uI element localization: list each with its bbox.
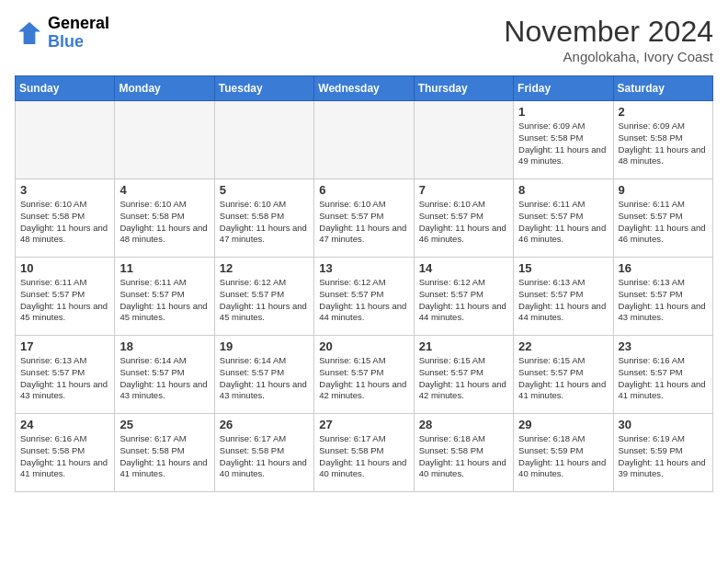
calendar-day-cell: 8Sunrise: 6:11 AM Sunset: 5:57 PM Daylig… <box>514 179 613 258</box>
calendar-day-cell: 21Sunrise: 6:15 AM Sunset: 5:57 PM Dayli… <box>414 336 513 414</box>
calendar-day-cell: 14Sunrise: 6:12 AM Sunset: 5:57 PM Dayli… <box>414 258 513 336</box>
day-info: Sunrise: 6:09 AM Sunset: 5:58 PM Dayligh… <box>619 121 708 167</box>
day-number: 30 <box>619 418 708 431</box>
svg-marker-0 <box>18 22 40 44</box>
weekday-header: Saturday <box>613 76 712 101</box>
calendar-day-cell: 2Sunrise: 6:09 AM Sunset: 5:58 PM Daylig… <box>613 101 712 179</box>
day-number: 7 <box>419 183 508 197</box>
calendar-day-cell <box>414 101 513 179</box>
calendar-day-cell <box>16 101 115 179</box>
calendar-day-cell: 23Sunrise: 6:16 AM Sunset: 5:57 PM Dayli… <box>613 336 712 414</box>
calendar-day-cell: 25Sunrise: 6:17 AM Sunset: 5:58 PM Dayli… <box>115 414 214 492</box>
logo: General Blue <box>15 15 109 52</box>
day-number: 20 <box>319 339 408 353</box>
day-number: 12 <box>220 261 309 275</box>
logo-general: General <box>48 15 109 33</box>
calendar-day-cell: 1Sunrise: 6:09 AM Sunset: 5:58 PM Daylig… <box>514 101 613 179</box>
day-number: 26 <box>220 418 309 431</box>
day-info: Sunrise: 6:17 AM Sunset: 5:58 PM Dayligh… <box>119 433 209 480</box>
day-info: Sunrise: 6:17 AM Sunset: 5:58 PM Dayligh… <box>220 433 309 480</box>
day-info: Sunrise: 6:11 AM Sunset: 5:57 PM Dayligh… <box>619 199 708 246</box>
logo-icon <box>15 18 44 48</box>
weekday-header: Friday <box>514 76 613 101</box>
day-info: Sunrise: 6:18 AM Sunset: 5:59 PM Dayligh… <box>518 433 608 480</box>
day-number: 15 <box>518 261 608 275</box>
calendar-day-cell <box>115 101 214 179</box>
day-number: 22 <box>518 339 608 353</box>
day-info: Sunrise: 6:14 AM Sunset: 5:57 PM Dayligh… <box>220 355 309 402</box>
calendar-day-cell: 28Sunrise: 6:18 AM Sunset: 5:58 PM Dayli… <box>414 414 513 492</box>
calendar-day-cell: 29Sunrise: 6:18 AM Sunset: 5:59 PM Dayli… <box>514 414 613 492</box>
weekday-header: Wednesday <box>314 76 414 101</box>
calendar-day-cell: 9Sunrise: 6:11 AM Sunset: 5:57 PM Daylig… <box>613 179 712 258</box>
day-info: Sunrise: 6:11 AM Sunset: 5:57 PM Dayligh… <box>20 277 109 324</box>
calendar-day-cell: 19Sunrise: 6:14 AM Sunset: 5:57 PM Dayli… <box>214 336 313 414</box>
calendar-week-row: 24Sunrise: 6:16 AM Sunset: 5:58 PM Dayli… <box>16 414 713 492</box>
day-info: Sunrise: 6:10 AM Sunset: 5:58 PM Dayligh… <box>20 199 109 246</box>
calendar-day-cell: 12Sunrise: 6:12 AM Sunset: 5:57 PM Dayli… <box>214 258 313 336</box>
month-title: November 2024 <box>504 15 713 49</box>
day-number: 11 <box>119 261 209 275</box>
location: Angolokaha, Ivory Coast <box>504 49 713 64</box>
day-info: Sunrise: 6:12 AM Sunset: 5:57 PM Dayligh… <box>419 277 508 324</box>
day-number: 29 <box>518 418 608 431</box>
calendar-day-cell: 16Sunrise: 6:13 AM Sunset: 5:57 PM Dayli… <box>613 258 712 336</box>
logo-text: General Blue <box>48 15 109 52</box>
day-number: 23 <box>619 339 708 353</box>
weekday-header: Sunday <box>16 76 115 101</box>
day-number: 27 <box>319 418 408 431</box>
calendar-day-cell: 7Sunrise: 6:10 AM Sunset: 5:57 PM Daylig… <box>414 179 513 258</box>
day-info: Sunrise: 6:16 AM Sunset: 5:57 PM Dayligh… <box>619 355 708 402</box>
weekday-header: Tuesday <box>214 76 313 101</box>
calendar-day-cell: 20Sunrise: 6:15 AM Sunset: 5:57 PM Dayli… <box>314 336 414 414</box>
day-number: 13 <box>319 261 408 275</box>
title-block: November 2024 Angolokaha, Ivory Coast <box>504 15 713 64</box>
calendar-day-cell: 17Sunrise: 6:13 AM Sunset: 5:57 PM Dayli… <box>16 336 115 414</box>
calendar-day-cell: 11Sunrise: 6:11 AM Sunset: 5:57 PM Dayli… <box>115 258 214 336</box>
calendar-day-cell: 10Sunrise: 6:11 AM Sunset: 5:57 PM Dayli… <box>16 258 115 336</box>
day-number: 9 <box>619 183 708 197</box>
day-info: Sunrise: 6:15 AM Sunset: 5:57 PM Dayligh… <box>518 355 608 402</box>
day-info: Sunrise: 6:15 AM Sunset: 5:57 PM Dayligh… <box>319 355 408 402</box>
day-number: 8 <box>518 183 608 197</box>
day-number: 17 <box>20 339 109 353</box>
day-number: 6 <box>319 183 408 197</box>
calendar-header-row: SundayMondayTuesdayWednesdayThursdayFrid… <box>16 76 713 101</box>
day-info: Sunrise: 6:11 AM Sunset: 5:57 PM Dayligh… <box>119 277 209 324</box>
calendar-week-row: 1Sunrise: 6:09 AM Sunset: 5:58 PM Daylig… <box>16 101 713 179</box>
day-info: Sunrise: 6:18 AM Sunset: 5:58 PM Dayligh… <box>419 433 508 480</box>
day-number: 1 <box>518 105 608 119</box>
calendar-day-cell: 24Sunrise: 6:16 AM Sunset: 5:58 PM Dayli… <box>16 414 115 492</box>
day-number: 16 <box>619 261 708 275</box>
day-info: Sunrise: 6:10 AM Sunset: 5:58 PM Dayligh… <box>119 199 209 246</box>
day-info: Sunrise: 6:13 AM Sunset: 5:57 PM Dayligh… <box>619 277 708 324</box>
calendar-day-cell: 18Sunrise: 6:14 AM Sunset: 5:57 PM Dayli… <box>115 336 214 414</box>
calendar-week-row: 3Sunrise: 6:10 AM Sunset: 5:58 PM Daylig… <box>16 179 713 258</box>
weekday-header: Monday <box>115 76 214 101</box>
day-info: Sunrise: 6:10 AM Sunset: 5:57 PM Dayligh… <box>419 199 508 246</box>
page-header: General Blue November 2024 Angolokaha, I… <box>15 15 713 64</box>
day-info: Sunrise: 6:10 AM Sunset: 5:57 PM Dayligh… <box>319 199 408 246</box>
calendar-day-cell: 22Sunrise: 6:15 AM Sunset: 5:57 PM Dayli… <box>514 336 613 414</box>
calendar-day-cell: 30Sunrise: 6:19 AM Sunset: 5:59 PM Dayli… <box>613 414 712 492</box>
calendar-day-cell: 26Sunrise: 6:17 AM Sunset: 5:58 PM Dayli… <box>214 414 313 492</box>
calendar-day-cell: 5Sunrise: 6:10 AM Sunset: 5:58 PM Daylig… <box>214 179 313 258</box>
calendar-day-cell: 13Sunrise: 6:12 AM Sunset: 5:57 PM Dayli… <box>314 258 414 336</box>
day-number: 10 <box>20 261 109 275</box>
day-number: 28 <box>419 418 508 431</box>
calendar-day-cell <box>314 101 414 179</box>
day-number: 25 <box>119 418 209 431</box>
logo-blue: Blue <box>48 33 109 52</box>
calendar: SundayMondayTuesdayWednesdayThursdayFrid… <box>15 75 713 492</box>
day-info: Sunrise: 6:12 AM Sunset: 5:57 PM Dayligh… <box>220 277 309 324</box>
day-number: 19 <box>220 339 309 353</box>
calendar-day-cell <box>214 101 313 179</box>
day-info: Sunrise: 6:14 AM Sunset: 5:57 PM Dayligh… <box>119 355 209 402</box>
weekday-header: Thursday <box>414 76 513 101</box>
day-info: Sunrise: 6:13 AM Sunset: 5:57 PM Dayligh… <box>20 355 109 402</box>
calendar-day-cell: 6Sunrise: 6:10 AM Sunset: 5:57 PM Daylig… <box>314 179 414 258</box>
day-number: 14 <box>419 261 508 275</box>
calendar-day-cell: 15Sunrise: 6:13 AM Sunset: 5:57 PM Dayli… <box>514 258 613 336</box>
day-info: Sunrise: 6:09 AM Sunset: 5:58 PM Dayligh… <box>518 121 608 167</box>
calendar-day-cell: 3Sunrise: 6:10 AM Sunset: 5:58 PM Daylig… <box>16 179 115 258</box>
